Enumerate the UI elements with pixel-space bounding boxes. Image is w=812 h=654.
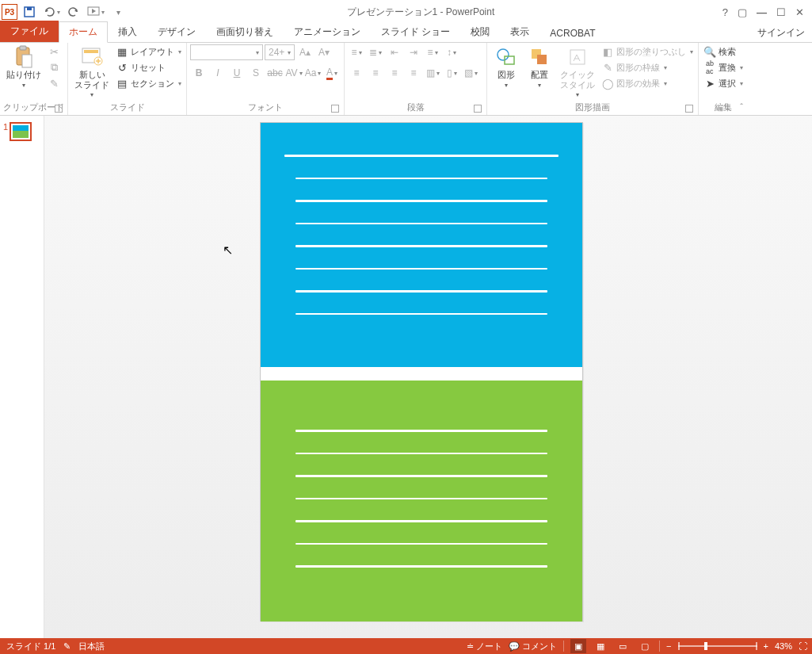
tab-acrobat[interactable]: ACROBAT	[539, 24, 605, 42]
text-direction-button[interactable]: ↕▾	[443, 44, 460, 60]
paste-button[interactable]: 貼り付け ▾	[3, 44, 44, 90]
ribbon-display-icon[interactable]: ▢	[738, 6, 747, 18]
tab-transitions[interactable]: 画面切り替え	[206, 21, 284, 42]
start-from-beginning-icon[interactable]: ▾	[87, 3, 105, 21]
shapes-button[interactable]: 図形▾	[490, 44, 522, 90]
collapse-ribbon-icon[interactable]: ˆ	[740, 102, 743, 112]
fit-to-window-icon[interactable]: ⛶	[799, 641, 807, 651]
zoom-in-icon[interactable]: +	[764, 641, 768, 651]
thumbnail-1[interactable]: 1	[0, 120, 44, 143]
dialog-launcher-icon[interactable]	[474, 105, 482, 113]
chevron-down-icon: ▾	[22, 82, 25, 89]
bullets-button[interactable]: ≡▾	[348, 44, 365, 60]
group-editing: 🔍検索 abac置換▾ ➤選択▾ 編集 ˆ	[699, 43, 748, 115]
change-case-button[interactable]: Aa▾	[304, 65, 322, 81]
slide-indicator[interactable]: スライド 1/1	[6, 641, 55, 652]
replace-button[interactable]: abac置換▾	[702, 60, 745, 75]
cut-button[interactable]: ✂	[46, 44, 62, 59]
new-slide-icon	[81, 46, 103, 68]
notes-button[interactable]: ≐ ノート	[467, 641, 502, 652]
slide[interactable]	[260, 122, 583, 621]
quick-access-toolbar: ▾ ▾ ▾	[21, 3, 127, 21]
sign-in[interactable]: サインイン	[755, 24, 807, 42]
replace-icon: abac	[703, 61, 716, 74]
close-icon[interactable]: ✕	[795, 6, 804, 18]
sorter-view-icon[interactable]: ▦	[593, 639, 608, 653]
normal-view-icon[interactable]: ▣	[570, 639, 586, 653]
customize-qat-icon[interactable]: ▾	[109, 3, 127, 21]
shape-fill-button[interactable]: ◧図形の塗りつぶし▾	[600, 44, 695, 59]
layout-icon: ▦	[116, 45, 128, 58]
tab-insert[interactable]: 挿入	[108, 21, 147, 42]
layout-button[interactable]: ▦レイアウト▾	[114, 44, 183, 59]
decrease-indent-button[interactable]: ⇤	[386, 44, 403, 60]
tab-design[interactable]: デザイン	[147, 21, 206, 42]
comments-button[interactable]: 💬 コメント	[509, 641, 557, 652]
undo-icon[interactable]: ▾	[43, 3, 60, 21]
italic-button[interactable]: I	[209, 65, 227, 81]
effects-icon: ◯	[601, 77, 614, 90]
language-indicator[interactable]: 日本語	[78, 641, 105, 652]
new-slide-button[interactable]: 新しい スライド ▾	[71, 44, 112, 100]
dialog-launcher-icon[interactable]	[55, 105, 63, 113]
find-button[interactable]: 🔍検索	[702, 44, 745, 59]
decrease-font-icon[interactable]: A▾	[315, 44, 333, 60]
section-button[interactable]: ▤セクション▾	[114, 76, 183, 90]
help-icon[interactable]: ?	[722, 6, 728, 18]
font-color-button[interactable]: A▾	[323, 65, 341, 81]
reset-button[interactable]: ↺リセット	[114, 60, 183, 75]
save-icon[interactable]	[21, 3, 38, 21]
copy-button[interactable]: ⧉	[46, 60, 62, 75]
thumbnail-preview	[10, 122, 32, 141]
columns-button[interactable]: ▥▾	[424, 65, 441, 81]
slide-canvas[interactable]: ↖	[44, 116, 812, 638]
group-label-drawing: 図形描画	[490, 100, 695, 115]
select-button[interactable]: ➤選択▾	[702, 76, 745, 90]
spellcheck-icon[interactable]: ✎	[63, 641, 71, 652]
zoom-level[interactable]: 43%	[775, 641, 792, 651]
smartart-button[interactable]: ▧▾	[462, 65, 479, 81]
minimize-icon[interactable]: ―	[757, 6, 767, 18]
redo-icon[interactable]	[65, 3, 82, 21]
ribbon-tabs: ファイル ホーム 挿入 デザイン 画面切り替え アニメーション スライド ショー…	[0, 24, 812, 43]
dialog-launcher-icon[interactable]	[331, 105, 339, 113]
group-label-paragraph: 段落	[348, 100, 483, 115]
align-center-button[interactable]: ≡	[367, 65, 384, 81]
svg-point-9	[497, 49, 509, 60]
ribbon: 貼り付け ▾ ✂ ⧉ ✎ クリップボード 新しい スライド ▾ ▦レイアウト▾ …	[0, 43, 812, 116]
align-text-button[interactable]: ▯▾	[443, 65, 460, 81]
underline-button[interactable]: U	[228, 65, 246, 81]
tab-slideshow[interactable]: スライド ショー	[371, 21, 460, 42]
font-family-combo[interactable]: ▾	[190, 44, 263, 60]
shape-outline-button[interactable]: ✎図形の枠線▾	[600, 60, 695, 75]
justify-button[interactable]: ≡	[405, 65, 422, 81]
format-painter-button[interactable]: ✎	[46, 76, 62, 90]
dialog-launcher-icon[interactable]	[685, 105, 693, 113]
tab-animations[interactable]: アニメーション	[284, 21, 371, 42]
line-spacing-button[interactable]: ≡▾	[424, 44, 441, 60]
reading-view-icon[interactable]: ▭	[615, 639, 631, 653]
align-left-button[interactable]: ≡	[348, 65, 365, 81]
numbering-button[interactable]: ≣▾	[367, 44, 384, 60]
align-right-button[interactable]: ≡	[386, 65, 403, 81]
slideshow-view-icon[interactable]: ▢	[637, 639, 653, 653]
tab-view[interactable]: 表示	[500, 21, 539, 42]
strikethrough-button[interactable]: abc	[266, 65, 284, 81]
quick-styles-button[interactable]: クイック スタイル▾	[557, 44, 598, 100]
zoom-out-icon[interactable]: −	[666, 641, 671, 651]
shape-effects-button[interactable]: ◯図形の効果▾	[600, 76, 695, 90]
tab-file[interactable]: ファイル	[0, 21, 59, 42]
bold-button[interactable]: B	[190, 65, 208, 81]
char-spacing-button[interactable]: AV▾	[285, 65, 303, 81]
arrange-button[interactable]: 配置▾	[524, 44, 555, 90]
maximize-icon[interactable]: ☐	[776, 6, 786, 18]
thumbnail-number: 1	[3, 122, 8, 132]
slide-thumbnails: 1	[0, 116, 44, 638]
tab-home[interactable]: ホーム	[59, 21, 108, 43]
shadow-button[interactable]: S	[247, 65, 265, 81]
zoom-slider[interactable]	[678, 645, 757, 647]
increase-font-icon[interactable]: A▴	[296, 44, 314, 60]
tab-review[interactable]: 校閲	[460, 21, 500, 42]
font-size-combo[interactable]: 24+▾	[265, 44, 295, 60]
increase-indent-button[interactable]: ⇥	[405, 44, 422, 60]
